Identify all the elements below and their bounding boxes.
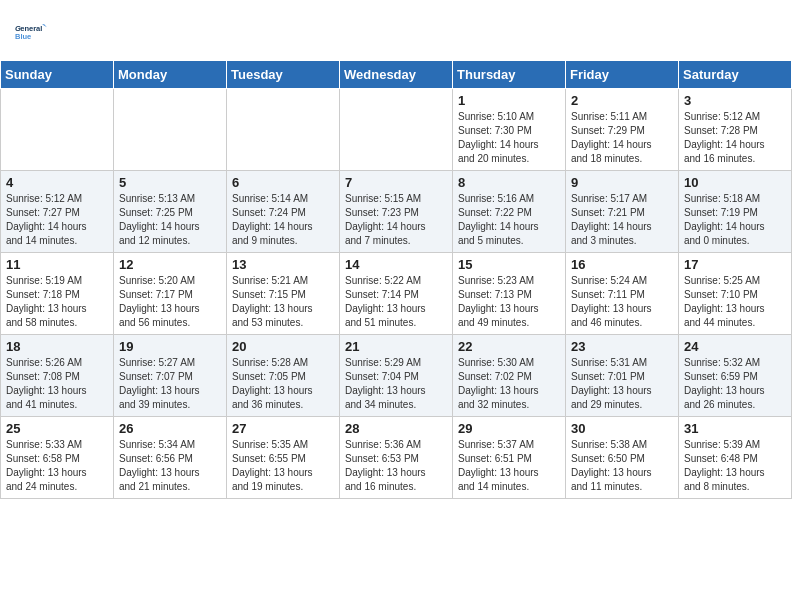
day-info: Sunrise: 5:30 AM Sunset: 7:02 PM Dayligh… xyxy=(458,356,560,412)
day-number: 31 xyxy=(684,421,786,436)
calendar-cell: 15Sunrise: 5:23 AM Sunset: 7:13 PM Dayli… xyxy=(453,253,566,335)
calendar-cell xyxy=(227,89,340,171)
calendar-cell: 20Sunrise: 5:28 AM Sunset: 7:05 PM Dayli… xyxy=(227,335,340,417)
calendar-cell: 30Sunrise: 5:38 AM Sunset: 6:50 PM Dayli… xyxy=(566,417,679,499)
day-number: 29 xyxy=(458,421,560,436)
calendar-cell: 31Sunrise: 5:39 AM Sunset: 6:48 PM Dayli… xyxy=(679,417,792,499)
day-info: Sunrise: 5:39 AM Sunset: 6:48 PM Dayligh… xyxy=(684,438,786,494)
weekday-header-friday: Friday xyxy=(566,61,679,89)
calendar-cell: 14Sunrise: 5:22 AM Sunset: 7:14 PM Dayli… xyxy=(340,253,453,335)
day-info: Sunrise: 5:32 AM Sunset: 6:59 PM Dayligh… xyxy=(684,356,786,412)
calendar-cell: 18Sunrise: 5:26 AM Sunset: 7:08 PM Dayli… xyxy=(1,335,114,417)
day-info: Sunrise: 5:20 AM Sunset: 7:17 PM Dayligh… xyxy=(119,274,221,330)
day-number: 25 xyxy=(6,421,108,436)
day-number: 9 xyxy=(571,175,673,190)
calendar-cell: 2Sunrise: 5:11 AM Sunset: 7:29 PM Daylig… xyxy=(566,89,679,171)
day-info: Sunrise: 5:35 AM Sunset: 6:55 PM Dayligh… xyxy=(232,438,334,494)
weekday-header-saturday: Saturday xyxy=(679,61,792,89)
calendar-cell: 11Sunrise: 5:19 AM Sunset: 7:18 PM Dayli… xyxy=(1,253,114,335)
day-number: 11 xyxy=(6,257,108,272)
calendar-cell: 23Sunrise: 5:31 AM Sunset: 7:01 PM Dayli… xyxy=(566,335,679,417)
day-number: 14 xyxy=(345,257,447,272)
calendar-cell: 28Sunrise: 5:36 AM Sunset: 6:53 PM Dayli… xyxy=(340,417,453,499)
day-number: 22 xyxy=(458,339,560,354)
calendar-cell xyxy=(340,89,453,171)
weekday-header-wednesday: Wednesday xyxy=(340,61,453,89)
day-number: 28 xyxy=(345,421,447,436)
day-number: 16 xyxy=(571,257,673,272)
weekday-header-thursday: Thursday xyxy=(453,61,566,89)
day-info: Sunrise: 5:37 AM Sunset: 6:51 PM Dayligh… xyxy=(458,438,560,494)
svg-marker-2 xyxy=(42,24,47,27)
day-number: 18 xyxy=(6,339,108,354)
day-info: Sunrise: 5:29 AM Sunset: 7:04 PM Dayligh… xyxy=(345,356,447,412)
day-info: Sunrise: 5:34 AM Sunset: 6:56 PM Dayligh… xyxy=(119,438,221,494)
day-number: 15 xyxy=(458,257,560,272)
day-info: Sunrise: 5:14 AM Sunset: 7:24 PM Dayligh… xyxy=(232,192,334,248)
day-number: 10 xyxy=(684,175,786,190)
calendar-cell: 3Sunrise: 5:12 AM Sunset: 7:28 PM Daylig… xyxy=(679,89,792,171)
calendar-cell: 7Sunrise: 5:15 AM Sunset: 7:23 PM Daylig… xyxy=(340,171,453,253)
day-info: Sunrise: 5:12 AM Sunset: 7:27 PM Dayligh… xyxy=(6,192,108,248)
day-info: Sunrise: 5:19 AM Sunset: 7:18 PM Dayligh… xyxy=(6,274,108,330)
calendar-cell: 4Sunrise: 5:12 AM Sunset: 7:27 PM Daylig… xyxy=(1,171,114,253)
day-info: Sunrise: 5:28 AM Sunset: 7:05 PM Dayligh… xyxy=(232,356,334,412)
day-number: 13 xyxy=(232,257,334,272)
calendar-cell: 16Sunrise: 5:24 AM Sunset: 7:11 PM Dayli… xyxy=(566,253,679,335)
calendar-cell: 12Sunrise: 5:20 AM Sunset: 7:17 PM Dayli… xyxy=(114,253,227,335)
calendar-cell: 1Sunrise: 5:10 AM Sunset: 7:30 PM Daylig… xyxy=(453,89,566,171)
day-number: 6 xyxy=(232,175,334,190)
calendar-cell: 5Sunrise: 5:13 AM Sunset: 7:25 PM Daylig… xyxy=(114,171,227,253)
day-number: 26 xyxy=(119,421,221,436)
calendar-cell: 29Sunrise: 5:37 AM Sunset: 6:51 PM Dayli… xyxy=(453,417,566,499)
day-info: Sunrise: 5:21 AM Sunset: 7:15 PM Dayligh… xyxy=(232,274,334,330)
day-info: Sunrise: 5:15 AM Sunset: 7:23 PM Dayligh… xyxy=(345,192,447,248)
calendar-cell: 21Sunrise: 5:29 AM Sunset: 7:04 PM Dayli… xyxy=(340,335,453,417)
calendar-cell: 25Sunrise: 5:33 AM Sunset: 6:58 PM Dayli… xyxy=(1,417,114,499)
day-number: 27 xyxy=(232,421,334,436)
day-number: 19 xyxy=(119,339,221,354)
day-info: Sunrise: 5:10 AM Sunset: 7:30 PM Dayligh… xyxy=(458,110,560,166)
calendar-table: SundayMondayTuesdayWednesdayThursdayFrid… xyxy=(0,60,792,499)
day-info: Sunrise: 5:18 AM Sunset: 7:19 PM Dayligh… xyxy=(684,192,786,248)
day-number: 30 xyxy=(571,421,673,436)
day-info: Sunrise: 5:17 AM Sunset: 7:21 PM Dayligh… xyxy=(571,192,673,248)
svg-text:Blue: Blue xyxy=(15,32,31,41)
day-info: Sunrise: 5:38 AM Sunset: 6:50 PM Dayligh… xyxy=(571,438,673,494)
day-info: Sunrise: 5:26 AM Sunset: 7:08 PM Dayligh… xyxy=(6,356,108,412)
day-info: Sunrise: 5:12 AM Sunset: 7:28 PM Dayligh… xyxy=(684,110,786,166)
day-number: 8 xyxy=(458,175,560,190)
day-number: 3 xyxy=(684,93,786,108)
day-info: Sunrise: 5:33 AM Sunset: 6:58 PM Dayligh… xyxy=(6,438,108,494)
day-info: Sunrise: 5:36 AM Sunset: 6:53 PM Dayligh… xyxy=(345,438,447,494)
day-number: 2 xyxy=(571,93,673,108)
calendar-cell: 22Sunrise: 5:30 AM Sunset: 7:02 PM Dayli… xyxy=(453,335,566,417)
day-number: 21 xyxy=(345,339,447,354)
calendar-cell: 26Sunrise: 5:34 AM Sunset: 6:56 PM Dayli… xyxy=(114,417,227,499)
day-info: Sunrise: 5:16 AM Sunset: 7:22 PM Dayligh… xyxy=(458,192,560,248)
day-info: Sunrise: 5:23 AM Sunset: 7:13 PM Dayligh… xyxy=(458,274,560,330)
logo-icon: G eneral Blue xyxy=(15,12,60,52)
day-number: 17 xyxy=(684,257,786,272)
calendar-cell: 13Sunrise: 5:21 AM Sunset: 7:15 PM Dayli… xyxy=(227,253,340,335)
day-number: 12 xyxy=(119,257,221,272)
weekday-header-monday: Monday xyxy=(114,61,227,89)
day-number: 23 xyxy=(571,339,673,354)
day-info: Sunrise: 5:31 AM Sunset: 7:01 PM Dayligh… xyxy=(571,356,673,412)
day-info: Sunrise: 5:13 AM Sunset: 7:25 PM Dayligh… xyxy=(119,192,221,248)
calendar-cell: 8Sunrise: 5:16 AM Sunset: 7:22 PM Daylig… xyxy=(453,171,566,253)
day-number: 1 xyxy=(458,93,560,108)
calendar-cell: 10Sunrise: 5:18 AM Sunset: 7:19 PM Dayli… xyxy=(679,171,792,253)
calendar-cell: 6Sunrise: 5:14 AM Sunset: 7:24 PM Daylig… xyxy=(227,171,340,253)
day-number: 20 xyxy=(232,339,334,354)
calendar-cell: 9Sunrise: 5:17 AM Sunset: 7:21 PM Daylig… xyxy=(566,171,679,253)
day-info: Sunrise: 5:24 AM Sunset: 7:11 PM Dayligh… xyxy=(571,274,673,330)
weekday-header-tuesday: Tuesday xyxy=(227,61,340,89)
day-number: 7 xyxy=(345,175,447,190)
day-info: Sunrise: 5:22 AM Sunset: 7:14 PM Dayligh… xyxy=(345,274,447,330)
calendar-cell: 17Sunrise: 5:25 AM Sunset: 7:10 PM Dayli… xyxy=(679,253,792,335)
calendar-cell: 19Sunrise: 5:27 AM Sunset: 7:07 PM Dayli… xyxy=(114,335,227,417)
calendar-cell: 27Sunrise: 5:35 AM Sunset: 6:55 PM Dayli… xyxy=(227,417,340,499)
day-number: 24 xyxy=(684,339,786,354)
day-info: Sunrise: 5:27 AM Sunset: 7:07 PM Dayligh… xyxy=(119,356,221,412)
